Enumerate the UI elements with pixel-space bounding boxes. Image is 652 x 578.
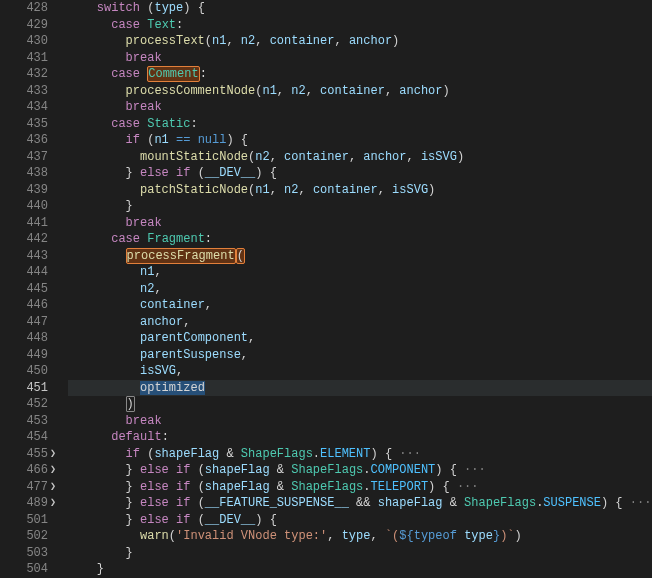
code-line[interactable]: } else if (__FEATURE_SUSPENSE__ && shape…	[68, 495, 652, 512]
code-line[interactable]: n1,	[68, 264, 652, 281]
code-line[interactable]: case Text:	[68, 17, 652, 34]
line-number: 432	[0, 66, 54, 83]
line-number: 441	[0, 215, 54, 232]
code-line[interactable]: )	[68, 396, 652, 413]
code-line[interactable]: }	[68, 545, 652, 562]
code-line[interactable]: parentSuspense,	[68, 347, 652, 364]
code-line[interactable]: break	[68, 50, 652, 67]
line-number: 452	[0, 396, 54, 413]
line-number: 435	[0, 116, 54, 133]
line-number: 451	[0, 380, 54, 397]
code-line[interactable]: if (n1 == null) {	[68, 132, 652, 149]
code-line[interactable]: switch (type) {	[68, 0, 652, 17]
line-number: 436	[0, 132, 54, 149]
code-line[interactable]: case Static:	[68, 116, 652, 133]
line-number: 477❯	[0, 479, 54, 496]
line-number: 430	[0, 33, 54, 50]
line-number: 447	[0, 314, 54, 331]
line-number: 439	[0, 182, 54, 199]
chevron-right-icon[interactable]: ❯	[48, 465, 58, 475]
code-line[interactable]: } else if (__DEV__) {	[68, 165, 652, 182]
code-line[interactable]: break	[68, 215, 652, 232]
code-line[interactable]: warn('Invalid VNode type:', type, `(${ty…	[68, 528, 652, 545]
chevron-right-icon[interactable]: ❯	[48, 482, 58, 492]
code-line[interactable]: break	[68, 99, 652, 116]
line-number-gutter: 4284294304314324334344354364374384394404…	[0, 0, 54, 578]
code-line[interactable]: container,	[68, 297, 652, 314]
line-number: 434	[0, 99, 54, 116]
code-line[interactable]: n2,	[68, 281, 652, 298]
line-number: 449	[0, 347, 54, 364]
line-number: 438	[0, 165, 54, 182]
code-editor[interactable]: 4284294304314324334344354364374384394404…	[0, 0, 652, 578]
code-area[interactable]: switch (type) { case Text: processText(n…	[54, 0, 652, 578]
line-number: 502	[0, 528, 54, 545]
line-number: 429	[0, 17, 54, 34]
line-number: 440	[0, 198, 54, 215]
code-line[interactable]: anchor,	[68, 314, 652, 331]
line-number: 445	[0, 281, 54, 298]
code-line[interactable]: optimized	[68, 380, 652, 397]
line-number: 503	[0, 545, 54, 562]
code-line[interactable]: parentComponent,	[68, 330, 652, 347]
line-number: 444	[0, 264, 54, 281]
code-line[interactable]: processText(n1, n2, container, anchor)	[68, 33, 652, 50]
line-number: 501	[0, 512, 54, 529]
line-number: 437	[0, 149, 54, 166]
code-line[interactable]: break	[68, 413, 652, 430]
line-number: 454	[0, 429, 54, 446]
code-line[interactable]: processFragment(	[68, 248, 652, 265]
code-line[interactable]: }	[68, 561, 652, 578]
line-number: 428	[0, 0, 54, 17]
line-number: 443	[0, 248, 54, 265]
code-line[interactable]: } else if (shapeFlag & ShapeFlags.TELEPO…	[68, 479, 652, 496]
line-number: 489❯	[0, 495, 54, 512]
line-number: 450	[0, 363, 54, 380]
code-line[interactable]: case Comment:	[68, 66, 652, 83]
code-line[interactable]: isSVG,	[68, 363, 652, 380]
line-number: 453	[0, 413, 54, 430]
line-number: 455❯	[0, 446, 54, 463]
code-line[interactable]: }	[68, 198, 652, 215]
code-line[interactable]: patchStaticNode(n1, n2, container, isSVG…	[68, 182, 652, 199]
code-line[interactable]: if (shapeFlag & ShapeFlags.ELEMENT) { ··…	[68, 446, 652, 463]
line-number: 466❯	[0, 462, 54, 479]
line-number: 433	[0, 83, 54, 100]
chevron-right-icon[interactable]: ❯	[48, 498, 58, 508]
code-line[interactable]: processCommentNode(n1, n2, container, an…	[68, 83, 652, 100]
code-line[interactable]: default:	[68, 429, 652, 446]
line-number: 448	[0, 330, 54, 347]
line-number: 504	[0, 561, 54, 578]
line-number: 442	[0, 231, 54, 248]
code-line[interactable]: } else if (__DEV__) {	[68, 512, 652, 529]
code-line[interactable]: mountStaticNode(n2, container, anchor, i…	[68, 149, 652, 166]
code-line[interactable]: case Fragment:	[68, 231, 652, 248]
line-number: 446	[0, 297, 54, 314]
code-line[interactable]: } else if (shapeFlag & ShapeFlags.COMPON…	[68, 462, 652, 479]
chevron-right-icon[interactable]: ❯	[48, 449, 58, 459]
line-number: 431	[0, 50, 54, 67]
